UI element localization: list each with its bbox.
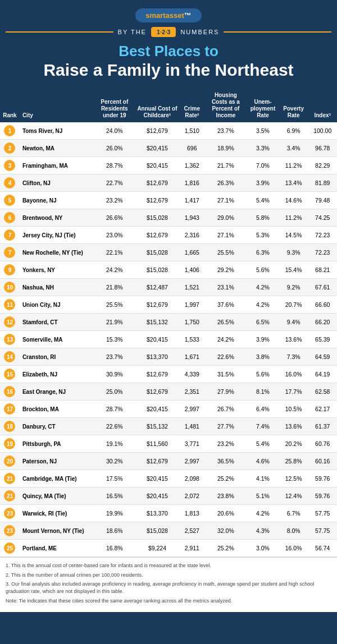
- pct-under19-cell: 25.0%: [94, 383, 135, 401]
- rank-cell: 23: [0, 522, 20, 540]
- childcare-cell: $13,370: [135, 348, 179, 366]
- col-poverty: Poverty Rate: [279, 89, 308, 122]
- unemp-cell: 5.6%: [247, 366, 279, 383]
- table-row: 7New Rochelle, NY (Tie)22.1%$15,0281,665…: [0, 244, 337, 261]
- index-cell: 66.60: [308, 296, 337, 314]
- crime-cell: 1,481: [179, 418, 205, 435]
- crime-cell: 2,527: [179, 522, 205, 540]
- crime-cell: 1,406: [179, 261, 205, 279]
- index-cell: 57.75: [308, 522, 337, 540]
- childcare-cell: $15,028: [135, 261, 179, 279]
- table-row: 10Nashua, NH21.8%$12,4871,52123.1%4.2%9.…: [0, 279, 337, 296]
- city-cell: Jersey City, NJ (Tie): [20, 227, 94, 244]
- pct-under19-cell: 22.6%: [94, 418, 135, 435]
- unemp-cell: 6.4%: [247, 401, 279, 418]
- table-row: 13Somerville, MA15.3%$20,4151,53324.2%3.…: [0, 331, 337, 348]
- title-line2: Raise a Family in the Northeast: [6, 60, 331, 80]
- rank-cell: 25: [0, 540, 20, 557]
- rank-cell: 10: [0, 279, 20, 296]
- rank-badge: 23: [4, 508, 15, 519]
- page-header: smartasset™ BY THE 1·2·3 NUMBERS Best Pl…: [0, 0, 337, 80]
- crime-cell: 1,943: [179, 209, 205, 227]
- table-row: 20Paterson, NJ30.2%$12,6792,99736.5%4.6%…: [0, 453, 337, 470]
- poverty-cell: 12.5%: [279, 470, 308, 487]
- poverty-cell: 9.4%: [279, 314, 308, 331]
- unemp-cell: 3.9%: [247, 174, 279, 192]
- housing-cell: 37.6%: [205, 296, 247, 314]
- housing-cell: 23.1%: [205, 279, 247, 296]
- housing-cell: 27.1%: [205, 227, 247, 244]
- poverty-cell: 14.6%: [279, 192, 308, 209]
- rank-badge: 19: [4, 438, 15, 449]
- pct-under19-cell: 24.0%: [94, 122, 135, 140]
- city-cell: Clifton, NJ: [20, 174, 94, 192]
- crime-cell: 1,665: [179, 244, 205, 261]
- table-row: 7Jersey City, NJ (Tie)23.0%$12,6792,3162…: [0, 227, 337, 244]
- rank-cell: 15: [0, 366, 20, 383]
- rank-badge: 7: [4, 229, 15, 241]
- index-cell: 67.61: [308, 279, 337, 296]
- numbers-badge: 1·2·3: [151, 27, 176, 37]
- city-cell: Warwick, RI (Tie): [20, 505, 94, 522]
- housing-cell: 27.1%: [205, 192, 247, 209]
- childcare-cell: $12,679: [135, 453, 179, 470]
- city-cell: Nashua, NH: [20, 279, 94, 296]
- city-cell: Portland, ME: [20, 540, 94, 557]
- index-cell: 81.89: [308, 174, 337, 192]
- crime-cell: 1,362: [179, 157, 205, 174]
- poverty-cell: 12.4%: [279, 487, 308, 505]
- logo-asset: asset: [166, 11, 184, 20]
- city-cell: Stamford, CT: [20, 314, 94, 331]
- unemp-cell: 3.5%: [247, 122, 279, 140]
- housing-cell: 31.5%: [205, 366, 247, 383]
- housing-cell: 25.2%: [205, 470, 247, 487]
- poverty-cell: 13.6%: [279, 331, 308, 348]
- housing-cell: 25.2%: [205, 540, 247, 557]
- housing-cell: 25.5%: [205, 244, 247, 261]
- table-row: 9Yonkers, NY24.2%$15,0281,40629.2%5.6%15…: [0, 261, 337, 279]
- housing-cell: 29.0%: [205, 209, 247, 227]
- crime-cell: 2,911: [179, 540, 205, 557]
- footnote-1: 1. This is the annual cost of center-bas…: [6, 562, 331, 569]
- poverty-cell: 11.2%: [279, 209, 308, 227]
- childcare-cell: $15,028: [135, 209, 179, 227]
- housing-cell: 26.7%: [205, 401, 247, 418]
- poverty-cell: 3.4%: [279, 140, 308, 157]
- footnote-3: 3. Our final analysis also included aver…: [6, 581, 331, 595]
- rank-badge: 5: [4, 195, 15, 206]
- index-cell: 56.74: [308, 540, 337, 557]
- table-row: 12Stamford, CT21.9%$15,1321,75026.5%6.5%…: [0, 314, 337, 331]
- childcare-cell: $20,415: [135, 401, 179, 418]
- childcare-cell: $13,370: [135, 505, 179, 522]
- crime-cell: 2,997: [179, 453, 205, 470]
- pct-under19-cell: 18.6%: [94, 522, 135, 540]
- poverty-cell: 13.6%: [279, 418, 308, 435]
- index-cell: 61.37: [308, 418, 337, 435]
- rank-badge: 21: [4, 473, 15, 484]
- rank-badge: 4: [4, 177, 15, 188]
- childcare-cell: $15,028: [135, 244, 179, 261]
- table-row: 15Elizabeth, NJ30.9%$12,6794,33931.5%5.6…: [0, 366, 337, 383]
- poverty-cell: 11.2%: [279, 157, 308, 174]
- childcare-cell: $15,028: [135, 522, 179, 540]
- col-crime: Crime Rate²: [179, 89, 205, 122]
- rank-badge: 7: [4, 247, 15, 258]
- index-cell: 64.59: [308, 348, 337, 366]
- index-cell: 59.76: [308, 470, 337, 487]
- poverty-cell: 20.2%: [279, 435, 308, 453]
- rank-cell: 17: [0, 401, 20, 418]
- pct-under19-cell: 28.7%: [94, 401, 135, 418]
- city-cell: Yonkers, NY: [20, 261, 94, 279]
- unemp-cell: 6.5%: [247, 314, 279, 331]
- index-cell: 59.76: [308, 487, 337, 505]
- poverty-cell: 13.4%: [279, 174, 308, 192]
- rank-badge: 12: [4, 316, 15, 328]
- index-cell: 100.00: [308, 122, 337, 140]
- rank-badge: 11: [4, 299, 15, 310]
- unemp-cell: 5.3%: [247, 227, 279, 244]
- crime-cell: 696: [179, 140, 205, 157]
- childcare-cell: $11,560: [135, 435, 179, 453]
- housing-cell: 27.9%: [205, 383, 247, 401]
- unemp-cell: 5.4%: [247, 192, 279, 209]
- city-cell: Brockton, MA: [20, 401, 94, 418]
